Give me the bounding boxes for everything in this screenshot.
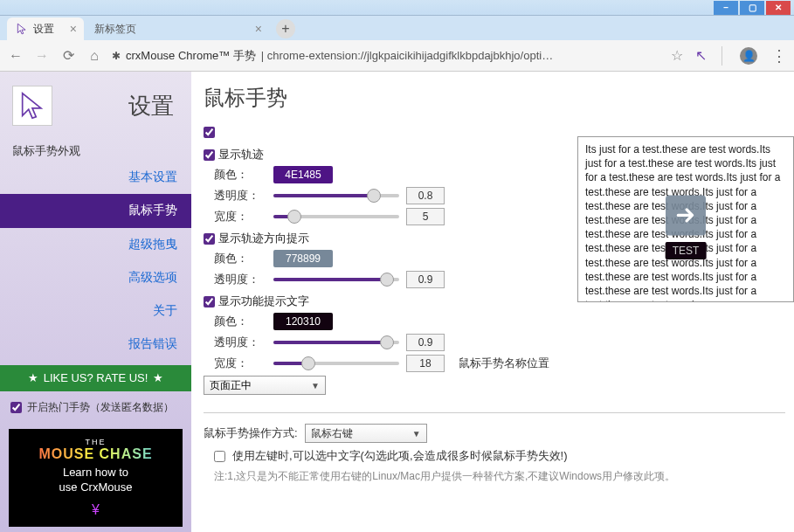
preview-label: TEST [666,242,707,259]
tab-strip: 设置 × 新标签页 × + [0,16,794,40]
toolbar-divider [722,46,722,66]
window-titlebar: – ▢ ✕ [0,0,794,16]
home-button[interactable]: ⌂ [86,48,103,64]
profile-button[interactable]: 👤 [740,47,757,65]
rate-label: LIKE US? RATE US! [44,371,148,384]
app-logo [12,86,52,126]
master-checkbox[interactable] [204,127,215,138]
window-max-button[interactable]: ▢ [740,1,764,15]
sidebar-section-label: 鼠标手势外观 [0,138,191,161]
tab-label: 设置 [33,22,54,37]
tab-label: 新标签页 [94,22,136,37]
method-value: 鼠标右键 [311,426,353,441]
position-value: 页面正中 [210,378,252,393]
url-text: | chrome-extension://jlgkpaicikihijadgif… [261,49,553,62]
left-click-checkbox[interactable] [214,451,225,462]
sidebar-item-advanced[interactable]: 高级选项 [0,261,191,294]
show-trail-label: 显示轨迹 [218,147,264,162]
trail-opacity-value: 0.8 [406,187,445,204]
trail-color-swatch[interactable]: 4E1485 [273,166,333,183]
opacity-label: 透明度： [214,335,266,350]
show-text-label: 显示功能提示文字 [218,294,309,309]
sidebar-item-report[interactable]: 报告错误 [0,328,191,361]
text-width-slider[interactable] [273,356,399,371]
back-button[interactable]: ← [7,48,24,64]
text-opacity-value: 0.9 [406,334,445,351]
sidebar-item-gesture[interactable]: 鼠标手势 [0,194,191,227]
promo-line3: Learn how touse CrxMouse [17,466,174,495]
promo-sprite-icon: ¥ [17,502,174,518]
menu-button[interactable]: ⋮ [771,46,787,66]
text-width-value: 18 [406,355,445,372]
reload-button[interactable]: ⟳ [59,47,77,64]
window-close-button[interactable]: ✕ [766,1,791,15]
trail-width-slider[interactable] [273,209,399,225]
tab-newtab[interactable]: 新标签页 × [86,17,269,40]
arrow-right-icon [666,195,706,235]
star-icon: ★ [153,371,163,384]
width-label: 宽度： [214,356,266,371]
extension-cursor-icon[interactable]: ↖ [692,47,709,64]
page-title: 鼠标手势 [204,84,785,112]
extension-icon: ✱ [112,50,121,62]
show-direction-label: 显示轨迹方向提示 [218,231,309,246]
browser-toolbar: ← → ⟳ ⌂ ✱ crxMouse Chrome™ 手势 | chrome-e… [0,40,794,72]
gesture-preview: Its just for a test.these are test words… [577,136,794,302]
left-click-label: 使用左键时,可以选中文字(勾选此项,会造成很多时候鼠标手势失效!) [232,448,568,464]
promo-banner[interactable]: THE MOUSE CHASE Learn how touse CrxMouse… [9,429,183,527]
rate-us-banner[interactable]: ★ LIKE US? RATE US! ★ [0,365,191,392]
method-dropdown[interactable]: 鼠标右键▼ [305,424,427,443]
position-dropdown[interactable]: 页面正中▼ [204,376,326,395]
close-icon[interactable]: × [70,22,77,36]
direction-opacity-slider[interactable] [273,272,399,287]
popular-gesture-toggle[interactable]: 开启热门手势（发送匿名数据） [0,391,191,424]
color-label: 颜色： [214,251,266,266]
note-text: 注:1,这只是为不能正常使用右键的Linux/Mac用户提供一种替代方案,不建议… [214,469,785,484]
sidebar: 设置 鼠标手势外观 基本设置 鼠标手势 超级拖曳 高级选项 关于 报告错误 ★ … [0,72,191,532]
forward-button[interactable]: → [33,48,51,64]
main-content: 鼠标手势 显示轨迹 颜色：4E1485 透明度：0.8 宽度：5 显示轨迹方向提… [191,72,794,532]
show-trail-checkbox[interactable] [204,149,215,161]
method-label: 鼠标手势操作方式: [204,425,298,441]
trail-width-value: 5 [406,208,445,225]
color-label: 颜色： [214,167,266,183]
direction-opacity-value: 0.9 [406,271,445,288]
color-label: 颜色： [214,314,266,329]
trail-opacity-slider[interactable] [273,188,399,204]
sidebar-item-about[interactable]: 关于 [0,294,191,328]
star-icon: ★ [28,371,38,384]
sidebar-item-super[interactable]: 超级拖曳 [0,228,191,261]
show-text-checkbox[interactable] [204,296,215,307]
chevron-down-icon: ▼ [311,381,320,390]
position-label: 鼠标手势名称位置 [459,356,549,371]
direction-color-swatch[interactable]: 778899 [273,250,333,267]
cursor-icon [16,23,28,35]
close-icon[interactable]: × [255,22,262,36]
text-opacity-slider[interactable] [273,335,399,350]
new-tab-button[interactable]: + [276,19,295,38]
divider [204,412,785,413]
window-min-button[interactable]: – [714,1,738,15]
chevron-down-icon: ▼ [412,429,421,439]
sidebar-item-basic[interactable]: 基本设置 [0,161,191,194]
opacity-label: 透明度： [214,188,266,204]
opacity-label: 透明度： [214,272,266,287]
popular-gesture-checkbox[interactable] [10,402,22,413]
address-bar[interactable]: ✱ crxMouse Chrome™ 手势 | chrome-extension… [112,48,662,64]
show-direction-checkbox[interactable] [204,233,215,245]
tab-settings[interactable]: 设置 × [7,17,84,40]
text-color-swatch[interactable]: 120310 [273,313,333,330]
page-title-text: crxMouse Chrome™ 手势 [126,48,256,64]
bookmark-star-icon[interactable]: ☆ [671,47,683,64]
toggle-label: 开启热门手势（发送匿名数据） [27,400,174,415]
promo-line2: MOUSE CHASE [17,446,174,462]
width-label: 宽度： [214,209,266,225]
sidebar-title: 设置 [61,91,179,121]
promo-line1: THE [17,438,174,446]
